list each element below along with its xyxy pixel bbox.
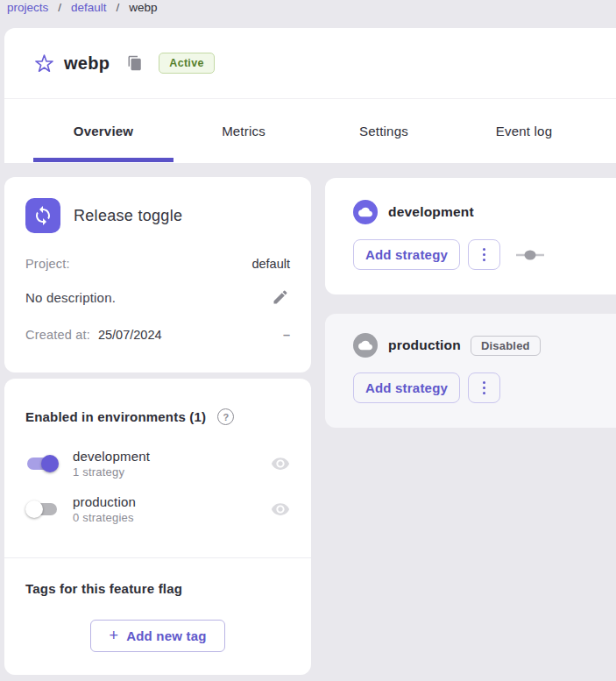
environment-row-production: production 0 strategies <box>25 494 290 524</box>
visibility-icon[interactable] <box>271 454 290 473</box>
environment-row-development: development 1 strategy <box>25 449 290 479</box>
add-new-tag-label: Add new tag <box>126 628 206 643</box>
edit-description-icon[interactable] <box>271 287 290 307</box>
page-title: webp <box>64 53 110 74</box>
breadcrumb: projects / default / webp <box>7 1 158 14</box>
production-environment-panel: production Disabled Add strategy <box>325 314 616 428</box>
tab-event-log[interactable]: Event log <box>454 99 594 162</box>
project-row: Project: default <box>25 257 290 271</box>
plus-icon: + <box>109 627 118 645</box>
project-value: default <box>251 257 290 271</box>
created-label: Created at: <box>25 328 90 342</box>
created-row: Created at: 25/07/2024 – <box>25 328 290 342</box>
description-row: No description. <box>25 287 290 307</box>
breadcrumb-separator: / <box>58 1 61 14</box>
strategy-connector-icon <box>516 250 544 260</box>
tags-section: Tags for this feature flag + Add new tag <box>4 558 311 652</box>
cloud-icon <box>353 333 378 358</box>
favorite-star-icon[interactable] <box>33 53 54 74</box>
tab-metrics[interactable]: Metrics <box>173 99 314 162</box>
breadcrumb-link-projects[interactable]: projects <box>7 1 48 14</box>
breadcrumb-current: webp <box>129 1 157 14</box>
production-toggle[interactable] <box>25 500 59 519</box>
disabled-badge: Disabled <box>471 336 541 356</box>
feature-flag-page: projects / default / webp webp Active Ov… <box>0 0 616 681</box>
development-toggle[interactable] <box>25 454 59 473</box>
enabled-environments-section: Enabled in environments (1) ? developmen… <box>4 379 311 558</box>
feature-header: webp Active <box>4 28 616 99</box>
tab-overview[interactable]: Overview <box>33 99 173 162</box>
environment-panel-name: production <box>388 337 461 353</box>
release-toggle-icon <box>25 198 60 233</box>
created-value: 25/07/2024 <box>98 328 162 342</box>
help-icon[interactable]: ? <box>217 408 234 425</box>
visibility-icon[interactable] <box>271 500 290 519</box>
cloud-icon <box>353 200 378 224</box>
empty-value-dash: – <box>283 328 290 342</box>
add-strategy-button[interactable]: Add strategy <box>353 239 460 270</box>
environments-title: Enabled in environments (1) <box>25 409 206 424</box>
environment-menu-kebab-icon[interactable] <box>468 372 500 403</box>
environment-name: development <box>73 449 150 464</box>
breadcrumb-separator: / <box>117 1 120 14</box>
environment-name: production <box>73 494 136 509</box>
description-text: No description. <box>25 290 116 305</box>
active-tab-indicator <box>33 158 173 162</box>
environments-card: Enabled in environments (1) ? developmen… <box>4 379 311 675</box>
tab-settings[interactable]: Settings <box>314 99 454 162</box>
breadcrumb-link-default[interactable]: default <box>71 1 107 14</box>
environment-menu-kebab-icon[interactable] <box>468 239 500 270</box>
tags-title: Tags for this feature flag <box>25 581 290 596</box>
add-strategy-button[interactable]: Add strategy <box>353 372 460 403</box>
tabs-row: Overview Metrics Settings Event log <box>4 99 616 162</box>
environment-panel-name: development <box>388 204 474 220</box>
feature-header-card: webp Active Overview Metrics Settings Ev… <box>4 28 616 163</box>
project-label: Project: <box>25 257 70 271</box>
copy-name-icon[interactable] <box>126 54 144 72</box>
development-environment-panel: development Add strategy <box>325 178 616 294</box>
environment-strategy-count: 1 strategy <box>73 465 150 479</box>
flag-type-label: Release toggle <box>74 207 182 225</box>
status-badge: Active <box>159 53 214 74</box>
add-new-tag-button[interactable]: + Add new tag <box>90 620 225 652</box>
environment-strategy-count: 0 strategies <box>73 511 136 524</box>
flag-details-card: Release toggle Project: default No descr… <box>4 177 311 372</box>
